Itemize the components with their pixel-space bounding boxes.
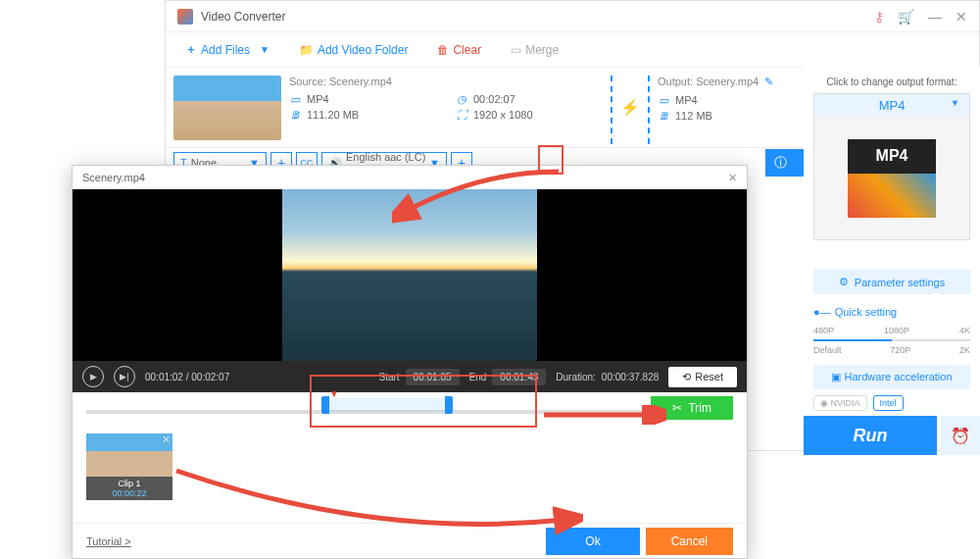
clips-row: ✕ Clip 100:00:22 [73,428,747,496]
dialog-title: Scenery.mp4 [82,172,145,183]
intel-chip: Intel [873,395,904,411]
clock-icon: ◷ [456,93,467,105]
reset-button[interactable]: ⟲Reset [668,367,737,387]
app-title: Video Converter [201,10,286,24]
trim-button[interactable]: ✂Trim [651,396,733,420]
trim-range-handle[interactable] [323,398,451,412]
run-button[interactable]: Run [804,416,937,455]
video-preview [73,189,747,361]
trim-dialog: Scenery.mp4 ✕ ▶ ▶| 00:01:02 / 00:02:07 S… [72,165,748,559]
clear-button[interactable]: 🗑Clear [437,43,481,57]
playbar: ▶ ▶| 00:01:02 / 00:02:07 Start00:01:05 E… [73,361,747,392]
edit-name-icon[interactable]: ✎ [764,76,773,87]
format-card[interactable]: MP4 MP4 [813,93,970,240]
parameter-settings-button[interactable]: ⚙Parameter settings [813,270,970,294]
video-icon: ▭ [658,94,669,106]
lightning-icon: ⚡ [620,98,640,117]
quality-slider[interactable]: 480P1080P4K Default720P2K [813,326,970,355]
minimize-icon[interactable]: — [928,9,942,25]
start-time-input[interactable]: 00:01:05 [406,369,460,385]
resolution-icon: ⛶ [456,109,467,121]
add-files-dropdown-icon[interactable]: ▼ [260,44,270,55]
end-time-input[interactable]: 00:01:43 [492,369,546,385]
add-folder-button[interactable]: 📁Add Video Folder [299,43,409,57]
scissors-icon: ✂ [672,401,682,415]
main-toolbar: ＋Add Files ▼ 📁Add Video Folder 🗑Clear ▭M… [166,32,979,68]
dialog-close-icon[interactable]: ✕ [728,172,737,184]
video-icon: ▭ [289,93,301,105]
file-icon: 🗎 [658,110,669,122]
format-name: MP4 [814,94,969,117]
merge-button[interactable]: ▭Merge [511,43,559,57]
file-icon: 🗎 [289,109,301,121]
refresh-icon: ⟲ [682,371,691,383]
quick-setting-label: ●—Quick setting [813,306,970,318]
output-sidebar: Click to change output format: MP4 MP4 ⚙… [804,67,980,421]
timeline[interactable]: ▼ ✂Trim [73,392,747,428]
key-icon[interactable]: ⚷ [874,9,884,25]
divider [648,76,650,144]
format-hint: Click to change output format: [813,76,970,87]
titlebar: Video Converter ⚷ 🛒 — ✕ [166,1,979,32]
tutorial-link[interactable]: Tutorial > [86,535,131,547]
source-label: Source: Scenery.mp4 [289,76,603,87]
play-button[interactable]: ▶ [82,366,104,387]
cancel-button[interactable]: Cancel [646,528,733,555]
ok-button[interactable]: Ok [546,528,639,555]
app-logo-icon [177,9,193,25]
close-icon[interactable]: ✕ [956,9,967,25]
schedule-button[interactable]: ⏰ [941,416,980,455]
clip-item[interactable]: ✕ Clip 100:00:22 [86,433,172,490]
gear-icon: ⚙ [839,276,849,288]
source-thumbnail [173,76,281,140]
chip-icon: ▣ [831,371,841,382]
hardware-accel-button[interactable]: ▣ Hardware acceleration [813,365,970,389]
info-icon[interactable]: ⓘ [765,149,795,177]
divider [611,76,612,144]
nvidia-chip: ◉ NVIDIA [813,395,867,411]
step-button[interactable]: ▶| [114,366,135,387]
add-files-button[interactable]: ＋Add Files [185,41,250,58]
cart-icon[interactable]: 🛒 [898,9,914,25]
clip-remove-icon[interactable]: ✕ [162,433,171,446]
